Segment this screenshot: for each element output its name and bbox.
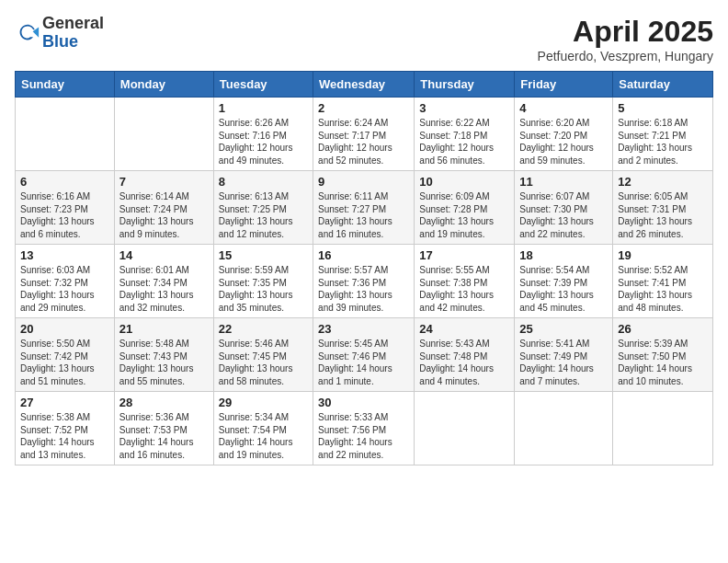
day-info: Sunrise: 5:41 AM Sunset: 7:49 PM Dayligh… bbox=[519, 338, 608, 387]
title-section: April 2025 Petfuerdo, Veszprem, Hungary bbox=[538, 15, 713, 63]
day-info: Sunrise: 6:07 AM Sunset: 7:30 PM Dayligh… bbox=[519, 190, 608, 240]
day-number: 14 bbox=[119, 248, 209, 262]
day-info: Sunrise: 6:22 AM Sunset: 7:18 PM Dayligh… bbox=[419, 117, 509, 167]
calendar-week-row: 27Sunrise: 5:38 AM Sunset: 7:52 PM Dayli… bbox=[16, 392, 713, 465]
calendar-day-cell: 5Sunrise: 6:18 AM Sunset: 7:21 PM Daylig… bbox=[613, 98, 713, 171]
calendar-day-cell: 10Sunrise: 6:09 AM Sunset: 7:28 PM Dayli… bbox=[415, 171, 515, 245]
day-info: Sunrise: 5:52 AM Sunset: 7:41 PM Dayligh… bbox=[618, 264, 708, 314]
weekday-header-row: SundayMondayTuesdayWednesdayThursdayFrid… bbox=[16, 72, 713, 98]
day-number: 8 bbox=[219, 175, 308, 189]
calendar-week-row: 20Sunrise: 5:50 AM Sunset: 7:42 PM Dayli… bbox=[16, 318, 713, 392]
month-title: April 2025 bbox=[538, 15, 713, 49]
day-number: 6 bbox=[20, 175, 109, 189]
day-info: Sunrise: 5:59 AM Sunset: 7:35 PM Dayligh… bbox=[219, 264, 308, 314]
calendar-day-cell: 19Sunrise: 5:52 AM Sunset: 7:41 PM Dayli… bbox=[613, 245, 713, 318]
day-info: Sunrise: 5:50 AM Sunset: 7:42 PM Dayligh… bbox=[20, 338, 109, 387]
day-number: 7 bbox=[119, 175, 209, 189]
calendar-day-cell: 6Sunrise: 6:16 AM Sunset: 7:23 PM Daylig… bbox=[16, 171, 115, 245]
day-number: 30 bbox=[318, 396, 409, 409]
day-number: 13 bbox=[20, 248, 109, 262]
day-info: Sunrise: 5:45 AM Sunset: 7:46 PM Dayligh… bbox=[318, 338, 409, 387]
empty-day-cell bbox=[515, 392, 613, 465]
calendar-day-cell: 25Sunrise: 5:41 AM Sunset: 7:49 PM Dayli… bbox=[515, 318, 613, 392]
calendar-day-cell: 18Sunrise: 5:54 AM Sunset: 7:39 PM Dayli… bbox=[515, 245, 613, 318]
day-number: 20 bbox=[20, 322, 109, 336]
weekday-header-tuesday: Tuesday bbox=[213, 72, 313, 98]
calendar-day-cell: 4Sunrise: 6:20 AM Sunset: 7:20 PM Daylig… bbox=[515, 98, 613, 171]
calendar-day-cell: 29Sunrise: 5:34 AM Sunset: 7:54 PM Dayli… bbox=[213, 392, 313, 465]
weekday-header-thursday: Thursday bbox=[415, 72, 515, 98]
weekday-header-wednesday: Wednesday bbox=[313, 72, 415, 98]
calendar-day-cell: 22Sunrise: 5:46 AM Sunset: 7:45 PM Dayli… bbox=[213, 318, 313, 392]
empty-day-cell bbox=[16, 98, 115, 171]
calendar-day-cell: 23Sunrise: 5:45 AM Sunset: 7:46 PM Dayli… bbox=[313, 318, 415, 392]
logo-general-text: General bbox=[42, 15, 104, 33]
calendar-day-cell: 13Sunrise: 6:03 AM Sunset: 7:32 PM Dayli… bbox=[16, 245, 115, 318]
calendar-day-cell: 9Sunrise: 6:11 AM Sunset: 7:27 PM Daylig… bbox=[313, 171, 415, 245]
day-number: 18 bbox=[519, 248, 608, 262]
day-info: Sunrise: 5:33 AM Sunset: 7:56 PM Dayligh… bbox=[318, 411, 409, 461]
day-info: Sunrise: 6:01 AM Sunset: 7:34 PM Dayligh… bbox=[119, 264, 209, 314]
calendar-day-cell: 14Sunrise: 6:01 AM Sunset: 7:34 PM Dayli… bbox=[114, 245, 213, 318]
day-info: Sunrise: 5:43 AM Sunset: 7:48 PM Dayligh… bbox=[419, 338, 509, 387]
logo-text: General Blue bbox=[42, 15, 104, 52]
day-info: Sunrise: 5:55 AM Sunset: 7:38 PM Dayligh… bbox=[419, 264, 509, 314]
day-info: Sunrise: 6:03 AM Sunset: 7:32 PM Dayligh… bbox=[20, 264, 109, 314]
calendar-week-row: 1Sunrise: 6:26 AM Sunset: 7:16 PM Daylig… bbox=[16, 98, 713, 171]
day-info: Sunrise: 6:09 AM Sunset: 7:28 PM Dayligh… bbox=[419, 190, 509, 240]
calendar-day-cell: 21Sunrise: 5:48 AM Sunset: 7:43 PM Dayli… bbox=[114, 318, 213, 392]
calendar-week-row: 13Sunrise: 6:03 AM Sunset: 7:32 PM Dayli… bbox=[16, 245, 713, 318]
calendar-week-row: 6Sunrise: 6:16 AM Sunset: 7:23 PM Daylig… bbox=[16, 171, 713, 245]
day-number: 16 bbox=[318, 248, 409, 262]
page-header: General Blue April 2025 Petfuerdo, Veszp… bbox=[15, 15, 713, 63]
day-number: 22 bbox=[219, 322, 308, 336]
logo-icon bbox=[15, 20, 40, 46]
day-info: Sunrise: 6:26 AM Sunset: 7:16 PM Dayligh… bbox=[219, 117, 308, 167]
calendar-day-cell: 17Sunrise: 5:55 AM Sunset: 7:38 PM Dayli… bbox=[415, 245, 515, 318]
day-info: Sunrise: 6:18 AM Sunset: 7:21 PM Dayligh… bbox=[618, 117, 708, 167]
day-info: Sunrise: 5:34 AM Sunset: 7:54 PM Dayligh… bbox=[219, 411, 308, 461]
day-info: Sunrise: 6:05 AM Sunset: 7:31 PM Dayligh… bbox=[618, 190, 708, 240]
day-info: Sunrise: 5:38 AM Sunset: 7:52 PM Dayligh… bbox=[20, 411, 109, 461]
day-info: Sunrise: 6:20 AM Sunset: 7:20 PM Dayligh… bbox=[519, 117, 608, 167]
day-number: 2 bbox=[318, 101, 409, 115]
day-number: 23 bbox=[318, 322, 409, 336]
calendar-day-cell: 26Sunrise: 5:39 AM Sunset: 7:50 PM Dayli… bbox=[613, 318, 713, 392]
day-info: Sunrise: 6:13 AM Sunset: 7:25 PM Dayligh… bbox=[219, 190, 308, 240]
weekday-header-sunday: Sunday bbox=[16, 72, 115, 98]
calendar-day-cell: 20Sunrise: 5:50 AM Sunset: 7:42 PM Dayli… bbox=[16, 318, 115, 392]
day-info: Sunrise: 6:11 AM Sunset: 7:27 PM Dayligh… bbox=[318, 190, 409, 240]
day-number: 10 bbox=[419, 175, 509, 189]
day-info: Sunrise: 6:24 AM Sunset: 7:17 PM Dayligh… bbox=[318, 117, 409, 167]
day-info: Sunrise: 5:48 AM Sunset: 7:43 PM Dayligh… bbox=[119, 338, 209, 387]
calendar-day-cell: 16Sunrise: 5:57 AM Sunset: 7:36 PM Dayli… bbox=[313, 245, 415, 318]
logo-blue-text: Blue bbox=[42, 33, 104, 52]
calendar-day-cell: 1Sunrise: 6:26 AM Sunset: 7:16 PM Daylig… bbox=[213, 98, 313, 171]
day-number: 28 bbox=[119, 396, 209, 409]
day-number: 29 bbox=[219, 396, 308, 409]
logo: General Blue bbox=[15, 15, 104, 52]
calendar-day-cell: 2Sunrise: 6:24 AM Sunset: 7:17 PM Daylig… bbox=[313, 98, 415, 171]
day-info: Sunrise: 6:16 AM Sunset: 7:23 PM Dayligh… bbox=[20, 190, 109, 240]
day-number: 1 bbox=[219, 101, 308, 115]
calendar-day-cell: 12Sunrise: 6:05 AM Sunset: 7:31 PM Dayli… bbox=[613, 171, 713, 245]
calendar-day-cell: 11Sunrise: 6:07 AM Sunset: 7:30 PM Dayli… bbox=[515, 171, 613, 245]
empty-day-cell bbox=[114, 98, 213, 171]
day-number: 24 bbox=[419, 322, 509, 336]
day-number: 19 bbox=[618, 248, 708, 262]
calendar-day-cell: 24Sunrise: 5:43 AM Sunset: 7:48 PM Dayli… bbox=[415, 318, 515, 392]
weekday-header-monday: Monday bbox=[114, 72, 213, 98]
day-number: 4 bbox=[519, 101, 608, 115]
calendar-day-cell: 7Sunrise: 6:14 AM Sunset: 7:24 PM Daylig… bbox=[114, 171, 213, 245]
calendar-table: SundayMondayTuesdayWednesdayThursdayFrid… bbox=[15, 71, 713, 465]
calendar-day-cell: 8Sunrise: 6:13 AM Sunset: 7:25 PM Daylig… bbox=[213, 171, 313, 245]
day-info: Sunrise: 5:54 AM Sunset: 7:39 PM Dayligh… bbox=[519, 264, 608, 314]
day-number: 17 bbox=[419, 248, 509, 262]
day-number: 11 bbox=[519, 175, 608, 189]
day-info: Sunrise: 5:36 AM Sunset: 7:53 PM Dayligh… bbox=[119, 411, 209, 461]
empty-day-cell bbox=[613, 392, 713, 465]
day-number: 15 bbox=[219, 248, 308, 262]
calendar-day-cell: 28Sunrise: 5:36 AM Sunset: 7:53 PM Dayli… bbox=[114, 392, 213, 465]
day-info: Sunrise: 5:39 AM Sunset: 7:50 PM Dayligh… bbox=[618, 338, 708, 387]
day-number: 25 bbox=[519, 322, 608, 336]
